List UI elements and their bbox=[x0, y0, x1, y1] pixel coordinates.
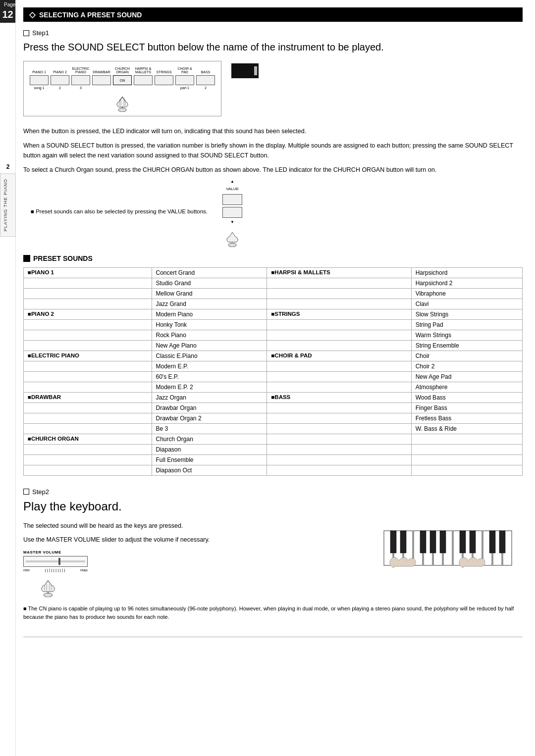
mv-min: min bbox=[23, 568, 30, 572]
church-organ-button-group: CHURCHORGAN ON bbox=[113, 65, 132, 86]
piano1-label: PIANO 1 bbox=[32, 65, 46, 74]
display-box bbox=[231, 63, 259, 78]
section-title-bar: ◇ SELECTING A PRESET SOUND bbox=[23, 7, 523, 22]
keyboard-diagram bbox=[374, 500, 523, 597]
diamond-icon: ◇ bbox=[29, 10, 35, 19]
sound-empty-right2 bbox=[411, 444, 522, 454]
table-row: ■CHURCH ORGAN Church Organ bbox=[24, 434, 523, 444]
category-choir-pad-empty2 bbox=[267, 371, 411, 382]
church-organ-btn[interactable]: ON bbox=[113, 75, 132, 85]
sound-honky-tonk: Honky Tonk bbox=[152, 319, 267, 330]
step1-checkbox bbox=[23, 30, 29, 36]
table-row: Diapason Oct bbox=[24, 465, 523, 475]
category-church-organ-empty3 bbox=[24, 465, 152, 475]
category-electric-piano: ■ELECTRIC PIANO bbox=[24, 351, 152, 361]
church-organ-label: CHURCHORGAN bbox=[115, 65, 130, 74]
category-harpsi-empty bbox=[267, 278, 411, 288]
sound-choir: Choir bbox=[411, 351, 522, 361]
strings-button-group: STRINGS bbox=[155, 65, 173, 86]
step2-content: Play the keyboard. The selected sound wi… bbox=[23, 500, 523, 597]
category-empty-right4 bbox=[267, 465, 411, 475]
category-bass: ■BASS bbox=[267, 392, 411, 403]
hand-value-icon bbox=[224, 227, 241, 247]
svg-rect-31 bbox=[489, 531, 495, 553]
black-square-icon bbox=[23, 255, 30, 262]
electric-piano-label: ELECTRICPIANO bbox=[72, 65, 90, 74]
value-up-button[interactable] bbox=[222, 194, 242, 205]
sound-empty-right1 bbox=[411, 434, 522, 444]
strings-btn[interactable] bbox=[155, 75, 173, 85]
mv-max: max bbox=[80, 568, 88, 572]
step1-label: Step1 bbox=[23, 29, 523, 37]
category-strings-empty2 bbox=[267, 330, 411, 340]
drawbar-button-group: DRAWBAR bbox=[92, 65, 111, 86]
electric-piano-sub: 3 bbox=[80, 86, 82, 90]
choir-label: CHOIR &PAD bbox=[177, 65, 192, 74]
paragraph-1: When the button is pressed, the LED indi… bbox=[23, 126, 523, 137]
mv-ticks: | | | | | | | | | | bbox=[45, 568, 65, 572]
sound-slow-strings: Slow Strings bbox=[411, 309, 522, 319]
bottom-note: The CN piano is capable of playing up to… bbox=[23, 605, 523, 622]
chapter-number: 2 bbox=[0, 163, 16, 170]
table-row: Jazz Grand Clavi bbox=[24, 299, 523, 309]
sound-wood-bass: Wood Bass bbox=[411, 392, 522, 403]
category-piano1-empty bbox=[24, 278, 152, 288]
step2-label: Step2 bbox=[23, 488, 523, 496]
main-content: ◇ SELECTING A PRESET SOUND Step1 Press t… bbox=[16, 0, 535, 756]
button-panel: PIANO 1 song 1 PIANO 2 2 ELECTRICPIANO bbox=[23, 61, 523, 116]
value-down-button[interactable] bbox=[222, 207, 242, 218]
category-piano2-empty bbox=[24, 319, 152, 330]
hand-mv-icon bbox=[38, 575, 58, 597]
section-title: SELECTING A PRESET SOUND bbox=[39, 11, 142, 19]
category-drawbar-empty bbox=[24, 403, 152, 413]
table-row: Honky Tonk String Pad bbox=[24, 319, 523, 330]
electric-piano-btn[interactable] bbox=[71, 75, 90, 85]
paragraph-3: To select a Church Organ sound, press th… bbox=[23, 165, 523, 175]
sound-string-pad: String Pad bbox=[411, 319, 522, 330]
sound-be3: Be 3 bbox=[152, 423, 267, 434]
harpsi-label: HARPSI &MALLETS bbox=[135, 65, 152, 74]
sound-studio-grand: Studio Grand bbox=[152, 278, 267, 288]
sound-concert-grand: Concert Grand bbox=[152, 267, 267, 278]
table-row: Studio Grand Harpsichord 2 bbox=[24, 278, 523, 288]
table-row: Drawbar Organ 2 Fretless Bass bbox=[24, 413, 523, 423]
master-volume-slider[interactable] bbox=[23, 556, 88, 567]
table-row: Be 3 W. Bass & Ride bbox=[24, 423, 523, 434]
harpsi-btn[interactable] bbox=[134, 75, 153, 85]
table-row: Diapason bbox=[24, 444, 523, 454]
bass-button-group: BASS 2 bbox=[196, 65, 215, 90]
note1: Preset sounds can also be selected by pr… bbox=[31, 208, 208, 214]
table-row: ■PIANO 1 Concert Grand ■HARPSI & MALLETS… bbox=[24, 267, 523, 278]
sound-drawbar-organ2: Drawbar Organ 2 bbox=[152, 413, 267, 423]
choir-button-group: CHOIR &PAD part 1 bbox=[175, 65, 194, 90]
table-row: Rock Piano Warm Strings bbox=[24, 330, 523, 340]
step2-text2: Use the MASTER VOLUME slider to adjust t… bbox=[23, 535, 359, 545]
category-choir-pad-empty bbox=[267, 361, 411, 371]
sound-choir2: Choir 2 bbox=[411, 361, 522, 371]
sound-modern-ep2: Modern E.P. 2 bbox=[152, 382, 267, 392]
category-bass-empty2 bbox=[267, 413, 411, 423]
piano1-btn[interactable] bbox=[30, 75, 49, 85]
sound-jazz-grand: Jazz Grand bbox=[152, 299, 267, 309]
sound-harpsichord2: Harpsichord 2 bbox=[411, 278, 522, 288]
bass-sub: 2 bbox=[205, 86, 207, 90]
value-down-label: ▼ bbox=[230, 220, 234, 224]
sound-rock-piano: Rock Piano bbox=[152, 330, 267, 340]
value-label: VALUE bbox=[226, 187, 239, 191]
category-drawbar-empty3 bbox=[24, 423, 152, 434]
table-row: Drawbar Organ Finger Bass bbox=[24, 403, 523, 413]
svg-point-5 bbox=[228, 243, 236, 247]
table-row: ■ELECTRIC PIANO Classic E.Piano ■CHOIR &… bbox=[24, 351, 523, 361]
bass-btn[interactable] bbox=[196, 75, 215, 85]
choir-btn[interactable] bbox=[175, 75, 194, 85]
sound-new-age-pad: New Age Pad bbox=[411, 371, 522, 382]
sound-empty-right3 bbox=[411, 454, 522, 465]
category-bass-empty3 bbox=[267, 423, 411, 434]
piano2-btn[interactable] bbox=[51, 75, 69, 85]
category-strings: ■STRINGS bbox=[267, 309, 411, 319]
slider-thumb bbox=[58, 558, 60, 565]
drawbar-btn[interactable] bbox=[92, 75, 111, 85]
category-piano2-empty3 bbox=[24, 340, 152, 351]
table-row: Modern E.P. 2 Atmosphere bbox=[24, 382, 523, 392]
table-row: Mellow Grand Vibraphone bbox=[24, 288, 523, 299]
